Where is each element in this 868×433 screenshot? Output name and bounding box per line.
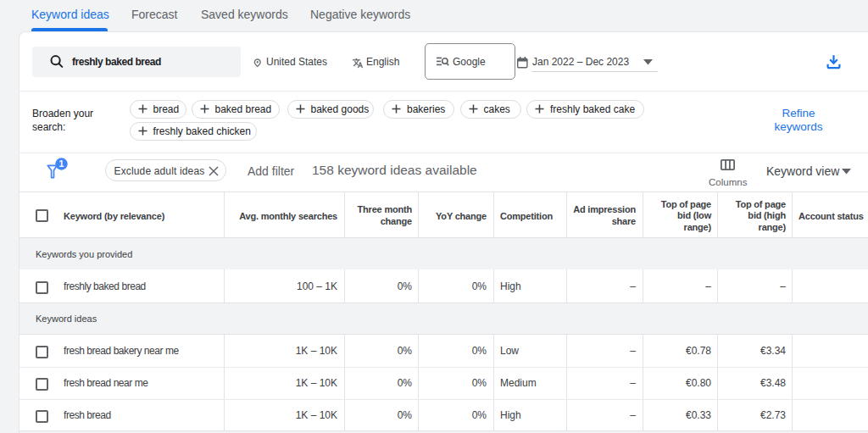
svg-text:1: 1 (59, 158, 64, 169)
